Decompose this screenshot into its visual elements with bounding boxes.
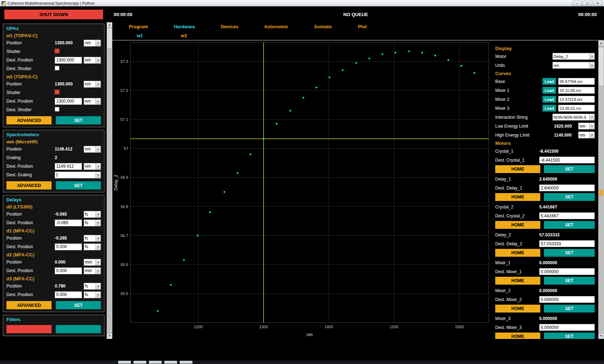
motor-dest-input[interactable] <box>539 185 595 191</box>
units-combo[interactable]: nm▼ <box>84 81 101 88</box>
motor-dest-input[interactable] <box>539 324 595 331</box>
shutter-label: Shutter <box>6 90 53 95</box>
chevron-down-icon: ▼ <box>96 259 101 265</box>
subtab-w2[interactable]: w2 <box>181 33 187 38</box>
set-button[interactable]: SET <box>544 249 595 257</box>
home-button[interactable]: HOME <box>495 165 540 173</box>
taskbar-button[interactable] <box>180 361 193 364</box>
filters-partial-set-button[interactable] <box>56 325 101 333</box>
dest-position-input[interactable] <box>55 98 82 105</box>
dest-position-input[interactable] <box>55 163 82 170</box>
device-name: w1 (TOPAS-C) <box>3 32 104 39</box>
minimize-icon[interactable]: – <box>572 1 582 6</box>
units-combo[interactable]: nm▼ <box>84 98 101 105</box>
set-button[interactable]: SET <box>544 221 595 229</box>
filters-title: Filters <box>3 315 104 323</box>
units-combo[interactable]: nm▼ <box>84 40 101 46</box>
motor-select[interactable]: Delay_2▼ <box>552 53 595 60</box>
left-scrollbar[interactable]: ▲ ▼ <box>107 22 112 339</box>
curve-file-input[interactable] <box>558 105 595 112</box>
units-combo[interactable]: nm▼ <box>578 123 595 129</box>
tab-somatic[interactable]: Somatic <box>314 24 332 29</box>
set-button[interactable]: SET <box>56 116 101 124</box>
home-button[interactable]: HOME <box>495 333 540 339</box>
curve-file-input[interactable] <box>558 87 595 94</box>
dest-shutter-checkbox[interactable] <box>55 66 59 70</box>
home-button[interactable]: HOME <box>495 249 540 257</box>
units-combo[interactable]: nm▼ <box>84 57 101 64</box>
advanced-button[interactable]: ADVANCED <box>6 116 52 124</box>
position-label: Position <box>6 260 53 265</box>
set-button[interactable]: SET <box>544 333 595 339</box>
taskbar-button[interactable] <box>118 361 131 364</box>
scroll-up-icon[interactable]: ▲ <box>107 22 112 28</box>
close-icon[interactable]: ✕ <box>593 1 603 6</box>
set-button[interactable]: SET <box>544 165 595 173</box>
taskbar-button[interactable] <box>133 361 146 364</box>
units-combo[interactable]: fs▼ <box>84 211 101 218</box>
subtab-w1[interactable]: w1 <box>137 33 143 38</box>
tab-program[interactable]: Program <box>129 24 148 29</box>
units-combo[interactable]: mm▼ <box>84 267 101 274</box>
set-button[interactable]: SET <box>56 301 101 309</box>
home-button[interactable]: HOME <box>495 221 540 229</box>
shutdown-button[interactable]: SHUT DOWN <box>4 10 103 19</box>
maximize-icon[interactable]: ▢ <box>583 1 592 6</box>
load-button[interactable]: Load <box>542 105 556 112</box>
interaction-string-select[interactable]: NON-NON-NON-S▼ <box>552 114 595 120</box>
right-scrollbar[interactable]: ▲ ▼ <box>598 40 604 339</box>
advanced-button[interactable]: ADVANCED <box>6 301 52 309</box>
units-combo[interactable]: fs▼ <box>84 220 101 226</box>
dest-shutter-checkbox[interactable] <box>55 107 59 112</box>
tuning-curve-plot[interactable]: 1200130014001500160056.556.656.756.856.9… <box>112 40 491 339</box>
curve-file-input[interactable] <box>558 78 595 85</box>
motor-dest-input[interactable] <box>539 240 595 247</box>
dest-position-input[interactable] <box>55 220 82 226</box>
home-button[interactable]: HOME <box>495 277 540 285</box>
dest-grating-combo[interactable]: 2▼ <box>55 172 101 178</box>
load-button[interactable]: Load <box>542 96 556 103</box>
tab-devices[interactable]: Devices <box>221 24 238 29</box>
units-combo[interactable]: nm▼ <box>84 146 101 153</box>
scrollbar-thumb[interactable] <box>107 28 112 49</box>
advanced-button[interactable]: ADVANCED <box>6 181 52 190</box>
taskbar-button[interactable] <box>164 361 177 364</box>
curve-file-input[interactable] <box>558 96 595 103</box>
set-button[interactable]: SET <box>544 277 595 285</box>
scrollbar-thumb[interactable] <box>598 47 604 86</box>
motor-dest-input[interactable] <box>539 212 595 219</box>
tab-hardware[interactable]: Hardware <box>174 24 195 29</box>
units-combo[interactable]: nm▼ <box>578 132 595 138</box>
units-combo[interactable]: fs▼ <box>84 244 101 250</box>
dest-position-input[interactable] <box>55 267 82 274</box>
dest-position-input[interactable] <box>55 57 82 64</box>
motor-dest-input[interactable] <box>539 296 595 303</box>
units-combo[interactable]: fs▼ <box>84 283 101 290</box>
home-button[interactable]: HOME <box>495 305 540 313</box>
units-combo[interactable]: fs▼ <box>84 291 101 298</box>
scroll-down-icon[interactable]: ▼ <box>598 333 604 339</box>
dest-position-input[interactable] <box>55 291 82 298</box>
taskbar-button[interactable] <box>149 361 162 364</box>
units-combo[interactable]: nm▼ <box>84 163 101 170</box>
scroll-down-icon[interactable]: ▼ <box>107 333 112 339</box>
motor-dest-input[interactable] <box>539 157 595 163</box>
interaction-string-label: Interaction String <box>495 115 550 120</box>
tab-plot[interactable]: Plot <box>358 24 367 29</box>
filters-partial-button[interactable] <box>6 325 52 333</box>
motor-dest-input[interactable] <box>539 268 595 275</box>
scroll-up-icon[interactable]: ▲ <box>598 40 604 46</box>
units-combo[interactable]: mm▼ <box>84 259 101 266</box>
curve-label: Base <box>495 79 540 84</box>
home-button[interactable]: HOME <box>495 193 540 201</box>
tab-autonomic[interactable]: Autonomic <box>264 24 288 29</box>
load-button[interactable]: Load <box>542 78 556 85</box>
units-combo[interactable]: fs▼ <box>84 235 101 242</box>
set-button[interactable]: SET <box>544 305 595 313</box>
units-select[interactable]: nm▼ <box>552 62 595 69</box>
load-button[interactable]: Load <box>542 87 556 94</box>
set-button[interactable]: SET <box>544 193 595 201</box>
set-button[interactable]: SET <box>56 181 101 190</box>
motor-dest-label: Dest. Mixer_3 <box>495 325 537 330</box>
dest-position-input[interactable] <box>55 244 82 250</box>
